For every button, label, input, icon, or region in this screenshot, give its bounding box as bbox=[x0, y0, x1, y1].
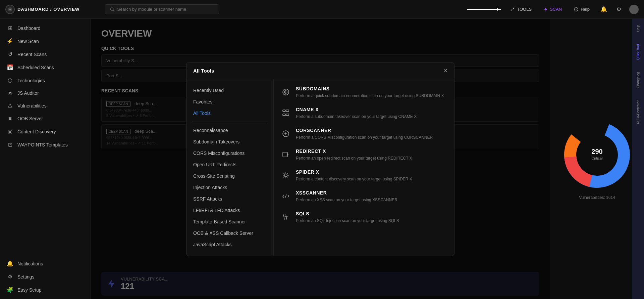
sidebar-item-js-auditor[interactable]: JS JS Auditor bbox=[0, 87, 90, 99]
modal-nav-recently-used[interactable]: Recently Used bbox=[186, 85, 273, 96]
modal-nav-favorites[interactable]: Favorites bbox=[186, 96, 273, 108]
modal-close-button[interactable]: × bbox=[444, 67, 447, 74]
tool-item-corscanner[interactable]: CORSCANNER Perform a CORS Misconfigurati… bbox=[280, 128, 447, 140]
modal-nav-subdomain-takeovers[interactable]: Subdomain Takeovers bbox=[186, 136, 273, 147]
modal-overlay[interactable]: All Tools × Recently Used Favorites All … bbox=[91, 19, 550, 299]
sidebar-item-vulnerabilities[interactable]: ⚠ Vulnerabilities bbox=[0, 99, 90, 112]
sidebar-item-notifications[interactable]: 🔔 Notifications bbox=[0, 257, 90, 270]
sidebar-item-technologies[interactable]: ⬡ Technologies bbox=[0, 74, 90, 87]
arrow-indicator bbox=[467, 9, 501, 10]
search-bar[interactable] bbox=[105, 4, 219, 14]
sidebar-label-recent-scans: Recent Scans bbox=[17, 52, 47, 57]
vtoolbar-quick-start[interactable]: Quick start bbox=[635, 41, 641, 63]
cors-name: CORSCANNER bbox=[296, 128, 447, 133]
tools-modal: All Tools × Recently Used Favorites All … bbox=[186, 62, 454, 256]
sidebar-item-content-discovery[interactable]: ◎ Content Discovery bbox=[0, 125, 90, 138]
xss-icon bbox=[280, 191, 291, 202]
svg-rect-16 bbox=[283, 152, 287, 157]
modal-nav-cross-site-scripting[interactable]: Cross-Site Scripting bbox=[186, 170, 273, 182]
svg-point-2 bbox=[9, 9, 11, 10]
sidebar-label-dashboard: Dashboard bbox=[17, 26, 41, 31]
svg-line-4 bbox=[113, 10, 114, 11]
svg-point-3 bbox=[111, 8, 113, 10]
wrench-icon bbox=[510, 7, 515, 12]
subdomains-icon bbox=[280, 87, 291, 97]
sidebar-item-dashboard[interactable]: ⊞ Dashboard bbox=[0, 22, 90, 35]
warning-icon: ⚠ bbox=[7, 102, 13, 109]
modal-divider bbox=[192, 122, 268, 122]
sidebar-label-js-auditor: JS Auditor bbox=[17, 90, 39, 96]
vtoolbar-changelog[interactable]: Changelog bbox=[635, 69, 641, 91]
sidebar-label-scheduled-scans: Scheduled Scans bbox=[17, 65, 54, 70]
svg-text:290: 290 bbox=[591, 148, 602, 155]
sidebar-label-technologies: Technologies bbox=[17, 78, 45, 83]
modal-nav-ssrf-attacks[interactable]: SSRF Attacks bbox=[186, 193, 273, 205]
sidebar-label-easy-setup: Easy Setup bbox=[17, 287, 42, 293]
search-input[interactable] bbox=[117, 7, 214, 12]
xss-name: XSSCANNER bbox=[296, 190, 447, 196]
sidebar-item-scheduled-scans[interactable]: 📅 Scheduled Scans bbox=[0, 61, 90, 74]
modal-nav-open-url-redirects[interactable]: Open URL Redirects bbox=[186, 159, 273, 170]
donut-chart: 290 Critical 290 Vulnerabi... (17.97%) 2… bbox=[560, 118, 634, 192]
sidebar-label-settings: Settings bbox=[17, 274, 35, 280]
tool-item-xsscanner[interactable]: XSSCANNER Perform an XSS scan on your ta… bbox=[280, 190, 447, 203]
dashboard-icon: ⊞ bbox=[7, 25, 13, 31]
scan-button[interactable]: SCAN bbox=[541, 5, 565, 13]
sqls-icon bbox=[280, 212, 291, 222]
bell-icon: 🔔 bbox=[7, 260, 13, 267]
cname-desc: Perform a subdomain takeover scan on you… bbox=[296, 114, 447, 120]
sidebar: ⊞ Dashboard ⚡ New Scan ↺ Recent Scans 📅 … bbox=[0, 19, 91, 299]
js-icon: JS bbox=[7, 91, 13, 95]
help-label: Help bbox=[581, 7, 590, 12]
modal-nav-oob-xss[interactable]: OOB & XSS Callback Server bbox=[186, 227, 273, 239]
modal-nav-all-tools[interactable]: All Tools bbox=[186, 108, 273, 119]
vtoolbar-ai-copentester[interactable]: AI Co-Pentester bbox=[635, 98, 641, 127]
cname-icon bbox=[280, 108, 291, 118]
tool-item-subdomains[interactable]: SUBDOMAINS Perform a quick subdomain enu… bbox=[280, 86, 447, 99]
modal-nav-lfi-rfi-lfd[interactable]: LFI/RFI & LFD Attacks bbox=[186, 205, 273, 216]
cors-desc: Perform a CORS Misconfiguration scan on … bbox=[296, 134, 447, 140]
help-button[interactable]: ? Help bbox=[571, 5, 592, 13]
sqls-info: SQLS Perform an SQL Injection scan on yo… bbox=[296, 211, 447, 224]
spider-info: SPIDER X Perform a content discovery sca… bbox=[296, 169, 447, 182]
chart-panel: 290 Critical 290 Vulnerabi... (17.97%) 2… bbox=[550, 19, 644, 299]
sidebar-item-waypoints[interactable]: ⊡ WAYPOINTS Templates bbox=[0, 138, 90, 151]
sidebar-item-recent-scans[interactable]: ↺ Recent Scans bbox=[0, 48, 90, 61]
lightning-icon bbox=[544, 7, 548, 12]
modal-nav-javascript-attacks[interactable]: JavaScript Attacks bbox=[186, 239, 273, 250]
settings-gear-button[interactable]: ⚙ bbox=[615, 5, 623, 14]
sidebar-item-oob-server[interactable]: ≡ OOB Server bbox=[0, 112, 90, 125]
modal-nav-template-based[interactable]: Template-Based Scanner bbox=[186, 216, 273, 227]
spider-desc: Perform a content discovery scan on your… bbox=[296, 176, 447, 182]
arrow-line bbox=[467, 9, 501, 10]
sqls-desc: Perform an SQL Injection scan on your ta… bbox=[296, 218, 447, 224]
calendar-icon: 📅 bbox=[7, 64, 13, 71]
sidebar-label-new-scan: New Scan bbox=[17, 39, 39, 44]
tool-item-redirect-x[interactable]: REDIRECT X Perform an open redirect scan… bbox=[280, 148, 447, 161]
logo: DASHBOARD / OVERVIEW bbox=[5, 5, 79, 14]
sidebar-label-oob-server: OOB Server bbox=[17, 116, 43, 121]
scan-label: SCAN bbox=[550, 7, 562, 12]
modal-nav-reconnaissance[interactable]: Reconnaissance bbox=[186, 125, 273, 136]
tool-item-sqls[interactable]: SQLS Perform an SQL Injection scan on yo… bbox=[280, 211, 447, 224]
puzzle-icon: 🧩 bbox=[7, 287, 13, 293]
tools-button[interactable]: TOOLS bbox=[507, 5, 534, 13]
modal-nav-injection-attacks[interactable]: Injection Attacks bbox=[186, 182, 273, 193]
topbar: DASHBOARD / OVERVIEW TOOLS SCAN ? Help 🔔… bbox=[0, 0, 644, 19]
tool-item-spider-x[interactable]: SPIDER X Perform a content discovery sca… bbox=[280, 169, 447, 182]
brand-label: DASHBOARD / bbox=[17, 7, 53, 12]
modal-nav-cors-misconfigs[interactable]: CORS Misconfigurations bbox=[186, 147, 273, 159]
notification-bell-button[interactable]: 🔔 bbox=[599, 5, 608, 14]
svg-rect-11 bbox=[283, 110, 285, 112]
sidebar-item-settings[interactable]: ⚙ Settings bbox=[0, 270, 90, 283]
sidebar-item-easy-setup[interactable]: 🧩 Easy Setup bbox=[0, 283, 90, 296]
redirect-info: REDIRECT X Perform an open redirect scan… bbox=[296, 148, 447, 161]
discovery-icon: ◎ bbox=[7, 128, 13, 135]
tool-item-cname-x[interactable]: CNAME X Perform a subdomain takeover sca… bbox=[280, 107, 447, 120]
vtoolbar-help[interactable]: Help bbox=[635, 22, 641, 35]
spider-name: SPIDER X bbox=[296, 169, 447, 175]
sidebar-item-new-scan[interactable]: ⚡ New Scan bbox=[0, 35, 90, 48]
modal-header: All Tools × bbox=[186, 62, 454, 79]
sidebar-label-waypoints: WAYPOINTS Templates bbox=[17, 142, 68, 147]
sqls-name: SQLS bbox=[296, 211, 447, 216]
